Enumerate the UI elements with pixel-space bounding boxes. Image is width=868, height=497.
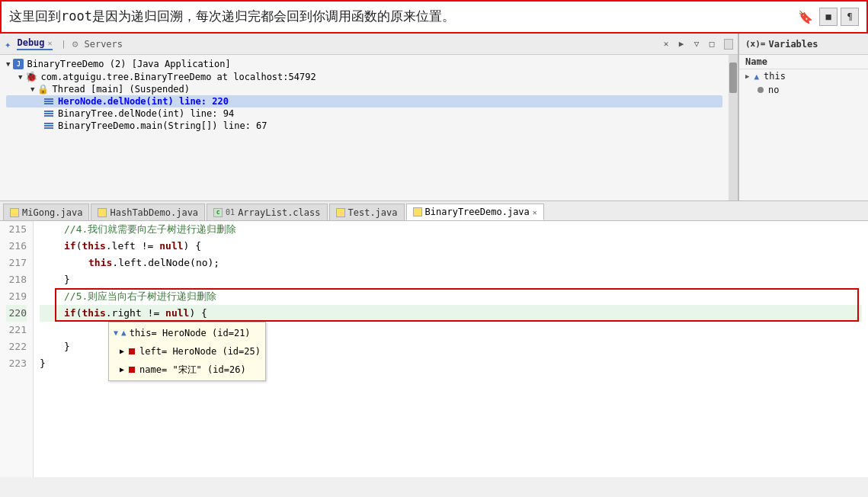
debug-popup: ▼ ▲ this= HeroNode (id=21) ▶ left= HeroN… — [108, 322, 266, 381]
tree-item-label: HeroNode.delNode(int) line: 220 — [58, 96, 229, 107]
var-dot-icon — [757, 87, 764, 93]
debug-scrollbar[interactable] — [729, 55, 738, 200]
stack-icon-2 — [43, 108, 55, 119]
annotation-icon-2[interactable]: ¶ — [841, 8, 859, 26]
code-line-215: //4.我们就需要向左子树进行递归删除 — [40, 221, 862, 238]
java-app-icon: J — [13, 59, 24, 69]
tab-binarytree[interactable]: BinaryTreeDemo.java ✕ — [406, 204, 544, 220]
tree-item-stack-3[interactable]: BinaryTreeDemo.main(String[]) line: 67 — [6, 120, 722, 132]
code-line-219: //5.则应当向右子树进行递归删除 — [40, 288, 862, 305]
tab-arraylist[interactable]: c 01 ArrayList.class — [207, 204, 327, 220]
debug-tab-separator: | — [62, 40, 66, 48]
var-item-no[interactable]: no — [739, 83, 868, 97]
tab-label: MiGong.java — [22, 207, 82, 218]
popup-red-square — [129, 348, 135, 354]
ln-223: 223 — [6, 355, 27, 372]
annotation-icon-1[interactable]: ■ — [819, 8, 838, 26]
tree-item-connection[interactable]: ▼ 🐞 com.atguigu.tree.BinaryTreeDemo at l… — [6, 70, 722, 83]
ln-218: 218 — [6, 271, 27, 288]
tree-item-label: BinaryTreeDemo (2) [Java Application] — [27, 59, 230, 69]
debug-tab-close[interactable]: ✕ — [48, 39, 53, 47]
tree-item-stack-1[interactable]: HeroNode.delNode(int) line: 220 — [6, 95, 722, 107]
popup-item-2[interactable]: ▶ left= HeroNode (id=25) — [114, 342, 261, 361]
ln-219: 219 — [6, 288, 27, 305]
tree-item-app[interactable]: ▼ J BinaryTreeDemo (2) [Java Application… — [6, 58, 722, 70]
ln-221: 221 — [6, 322, 27, 338]
connection-icon: 🐞 — [25, 71, 37, 82]
expand-arrow: ▼ — [6, 60, 10, 68]
ln-217: 217 — [6, 255, 27, 271]
popup-expand-arrow: ▼ — [114, 325, 118, 341]
code-line-220: ➤ if(this.right != null) { — [40, 305, 862, 322]
var-item-this[interactable]: ▶ ▲ this — [739, 69, 868, 83]
class-file-icon: c — [213, 208, 223, 217]
line-numbers: 215 216 217 218 219 220 221 222 223 — [0, 221, 34, 477]
debug-gear-icon: ✦ — [5, 38, 11, 50]
debug-toolbar: ✦ Debug ✕ | ⚙ Servers ✕ ▶ ▽ □ — [0, 34, 738, 55]
debug-terminate-btn[interactable]: ✕ — [660, 38, 672, 50]
code-content: //4.我们就需要向左子树进行递归删除 if(this.left != null… — [34, 221, 868, 477]
expand-arrow: ▼ — [30, 85, 34, 93]
variables-icon: (x)= — [745, 39, 766, 49]
popup-item-label-3: name= "宋江" (id=26) — [139, 361, 246, 378]
thread-icon: 🔒 — [37, 84, 49, 95]
popup-red-square-2 — [129, 367, 135, 373]
code-line-221: ▼ ▲ this= HeroNode (id=21) ▶ left= HeroN… — [40, 322, 862, 338]
debug-suspend-btn[interactable]: ▽ — [690, 38, 703, 50]
debug-tab-active[interactable]: Debug ✕ — [17, 37, 52, 50]
debug-section: ✦ Debug ✕ | ⚙ Servers ✕ ▶ ▽ □ — [0, 34, 868, 201]
annotation-text: 这里回到root是因为递归回溯，每次递归完都会回到你调用函数的原来位置。 — [9, 8, 795, 26]
tree-item-label: com.atguigu.tree.BinaryTreeDemo at local… — [40, 72, 315, 82]
tree-item-thread[interactable]: ▼ 🔒 Thread [main] (Suspended) — [6, 83, 722, 95]
stack-icon-1 — [43, 96, 55, 107]
ln-220: 220 — [6, 305, 27, 322]
code-line-218: } — [40, 271, 862, 288]
ln-222: 222 — [6, 338, 27, 355]
red-outline-region: //5.则应当向右子树进行递归删除 ➤ if(this.right != nul… — [40, 288, 862, 322]
annotation-emoji: 🔖 — [798, 10, 813, 24]
debug-view-btn[interactable]: □ — [706, 38, 718, 50]
java-file-icon — [10, 208, 19, 217]
tab-test[interactable]: Test.java — [329, 204, 405, 220]
debug-toolbar-icons: ✕ ▶ ▽ □ — [660, 38, 733, 50]
tree-item-label: Thread [main] (Suspended) — [52, 84, 190, 95]
debug-left-panel: ✦ Debug ✕ | ⚙ Servers ✕ ▶ ▽ □ — [0, 34, 738, 200]
tab-label: HashTabDemo.java — [110, 207, 198, 218]
scrollbar-thumb — [729, 63, 737, 93]
popup-item-label: this= HeroNode (id=21) — [130, 325, 251, 341]
expand-arrow: ▼ — [18, 73, 22, 81]
servers-icon: ⚙ — [72, 38, 78, 50]
tab-hashtab[interactable]: HashTabDemo.java — [91, 204, 205, 220]
tab-label: Test.java — [348, 207, 398, 218]
ln-215: 215 — [6, 221, 27, 238]
annotation-bar: 这里回到root是因为递归回溯，每次递归完都会回到你调用函数的原来位置。 🔖 ■… — [0, 0, 868, 34]
code-line-216: if(this.left != null) { — [40, 238, 862, 255]
code-line-217: this.left.delNode(no); — [40, 255, 862, 271]
tree-item-label: BinaryTree.delNode(int) line: 94 — [58, 108, 234, 119]
tab-label: BinaryTreeDemo.java — [425, 207, 530, 217]
debug-resume-btn[interactable]: ▶ — [675, 38, 687, 50]
var-name-this: this — [764, 71, 786, 82]
tab-migong[interactable]: MiGong.java — [3, 204, 89, 220]
tree-item-stack-2[interactable]: BinaryTree.delNode(int) line: 94 — [6, 107, 722, 120]
popup-triangle-icon: ▲ — [121, 325, 127, 341]
java-file-icon — [98, 208, 107, 217]
variables-panel: (x)= Variables Name ▶ ▲ this no — [738, 34, 868, 200]
popup-item-label-2: left= HeroNode (id=25) — [139, 343, 261, 360]
stack-icon-3 — [43, 120, 55, 131]
debug-tab-servers[interactable]: Servers — [84, 39, 123, 50]
popup-item-1: ▼ ▲ this= HeroNode (id=21) — [114, 324, 261, 342]
popup-expand-arrow-2: ▶ — [120, 343, 124, 360]
annotation-icons: ■ ¶ — [819, 8, 859, 26]
popup-item-3[interactable]: ▶ name= "宋江" (id=26) — [114, 361, 261, 379]
ln-216: 216 — [6, 238, 27, 255]
tab-close-btn[interactable]: ✕ — [533, 208, 537, 216]
variables-col-name: Name — [739, 55, 868, 69]
debug-tree: ▼ J BinaryTreeDemo (2) [Java Application… — [0, 55, 729, 179]
editor-wrapper: MiGong.java HashTabDemo.java c 01 ArrayL… — [0, 201, 868, 477]
debug-minimize-btn[interactable] — [724, 39, 733, 50]
java-file-icon — [413, 207, 422, 216]
var-triangle-icon: ▲ — [754, 72, 759, 82]
variables-title: Variables — [769, 39, 818, 50]
tab-label: ArrayList.class — [238, 207, 320, 218]
